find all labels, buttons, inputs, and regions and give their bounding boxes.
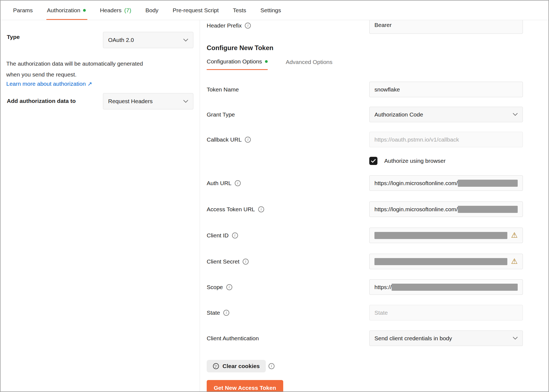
- state-label: State: [207, 310, 220, 316]
- info-icon[interactable]: i: [235, 180, 241, 186]
- client-authentication-label-row: Client Authentication: [207, 330, 259, 346]
- callback-url-label: Callback URL: [207, 136, 242, 143]
- redacted-value: [458, 180, 518, 187]
- tab-settings[interactable]: Settings: [253, 1, 288, 20]
- tab-prerequest-script[interactable]: Pre-request Script: [166, 1, 226, 20]
- access-token-url-label-row: Access Token URL i: [207, 201, 264, 217]
- tab-headers-count: (7): [124, 7, 131, 14]
- client-id-input[interactable]: ⚠: [369, 228, 523, 243]
- state-input[interactable]: [369, 305, 523, 320]
- token-name-label: Token Name: [207, 86, 239, 93]
- chevron-down-icon: [183, 39, 188, 42]
- learn-more-link-text: Learn more about authorization: [6, 81, 86, 87]
- tab-tests[interactable]: Tests: [226, 1, 253, 20]
- token-subtabs: Configuration Options Advanced Options: [207, 58, 333, 70]
- client-authentication-label: Client Authentication: [207, 335, 259, 342]
- redacted-value: [458, 206, 518, 213]
- client-secret-label-row: Client Secret i: [207, 254, 249, 269]
- client-secret-label: Client Secret: [207, 258, 239, 265]
- access-token-url-input[interactable]: https://login.microsoftonline.com/: [369, 201, 523, 217]
- configure-new-token-heading: Configure New Token: [207, 44, 273, 52]
- request-tab-bar: Params Authorization Headers (7) Body Pr…: [1, 1, 548, 20]
- authorize-browser-label[interactable]: Authorize using browser: [384, 157, 446, 165]
- warning-icon: ⚠: [511, 258, 518, 265]
- info-icon[interactable]: i: [223, 310, 229, 316]
- check-icon: [371, 159, 376, 163]
- auth-type-selected-value: OAuth 2.0: [108, 37, 134, 43]
- authorization-active-dot: [83, 9, 86, 12]
- external-link-icon: ↗: [87, 81, 92, 87]
- configuration-active-dot: [265, 60, 268, 63]
- header-prefix-input[interactable]: [369, 20, 523, 34]
- client-id-label: Client ID: [207, 232, 229, 239]
- info-icon[interactable]: i: [243, 259, 249, 265]
- grant-type-label-row: Grant Type: [207, 107, 235, 122]
- info-icon[interactable]: i: [232, 232, 238, 238]
- header-prefix-label: Header Prefix: [207, 22, 242, 29]
- clear-cookies-label: Clear cookies: [222, 363, 260, 369]
- tab-body[interactable]: Body: [138, 1, 166, 20]
- redacted-value: [374, 258, 507, 265]
- auth-description-line2: when you send the request.: [6, 69, 143, 80]
- subtab-configuration-options[interactable]: Configuration Options: [207, 58, 268, 70]
- learn-more-link[interactable]: Learn more about authorization ↗: [6, 81, 92, 87]
- auth-url-input[interactable]: https://login.microsoftonline.com/: [369, 175, 523, 191]
- tab-headers[interactable]: Headers (7): [93, 1, 138, 20]
- auth-description: The authorization data will be automatic…: [6, 58, 143, 80]
- tab-headers-label: Headers: [100, 7, 121, 14]
- auth-url-label: Auth URL: [207, 180, 231, 186]
- redacted-value: [392, 284, 518, 291]
- info-icon[interactable]: i: [245, 23, 251, 29]
- authorize-browser-checkbox[interactable]: [369, 157, 377, 165]
- scope-label: Scope: [207, 284, 223, 290]
- subtab-configuration-label: Configuration Options: [207, 58, 262, 65]
- chevron-down-icon: [513, 113, 518, 116]
- get-new-access-token-button[interactable]: Get New Access Token: [207, 380, 283, 391]
- add-auth-data-to-select[interactable]: Request Headers: [103, 93, 193, 109]
- auth-url-value-prefix: https://login.microsoftonline.com/: [374, 180, 458, 186]
- scope-label-row: Scope i: [207, 279, 232, 295]
- info-icon[interactable]: i: [258, 206, 264, 212]
- auth-type-label: Type: [7, 34, 20, 40]
- authorization-type-panel: Type OAuth 2.0 The authorization data wi…: [1, 20, 200, 391]
- client-authentication-selected-value: Send client credentials in body: [374, 335, 452, 342]
- client-id-label-row: Client ID i: [207, 228, 238, 243]
- cookie-icon: [213, 363, 219, 369]
- header-prefix-label-row: Header Prefix i: [207, 20, 251, 34]
- client-secret-input[interactable]: ⚠: [369, 254, 523, 269]
- tab-settings-label: Settings: [260, 7, 281, 14]
- subtab-advanced-label: Advanced Options: [286, 59, 333, 65]
- client-authentication-select[interactable]: Send client credentials in body: [369, 330, 523, 346]
- auth-url-label-row: Auth URL i: [207, 175, 241, 191]
- info-icon[interactable]: i: [226, 284, 232, 290]
- tab-authorization-label: Authorization: [47, 7, 80, 14]
- redacted-value: [374, 232, 507, 239]
- add-auth-data-to-label: Add authorization data to: [7, 98, 76, 104]
- callback-url-input[interactable]: [369, 132, 523, 147]
- auth-type-select[interactable]: OAuth 2.0: [103, 32, 193, 48]
- scope-input[interactable]: https://: [369, 279, 523, 295]
- tab-authorization[interactable]: Authorization: [40, 1, 93, 20]
- token-name-label-row: Token Name: [207, 82, 239, 97]
- token-config-panel: Header Prefix i Configure New Token Conf…: [200, 20, 548, 391]
- grant-type-select[interactable]: Authorization Code: [369, 107, 523, 122]
- tab-prerequest-label: Pre-request Script: [173, 7, 219, 14]
- token-name-input[interactable]: [369, 82, 523, 97]
- tab-params-label: Params: [13, 7, 33, 14]
- subtab-advanced-options[interactable]: Advanced Options: [286, 58, 333, 70]
- access-token-url-label: Access Token URL: [207, 206, 255, 213]
- get-new-access-token-label: Get New Access Token: [214, 385, 276, 391]
- state-label-row: State i: [207, 305, 229, 320]
- clear-cookies-button[interactable]: Clear cookies: [207, 360, 266, 372]
- scope-value-prefix: https://: [374, 284, 392, 290]
- auth-description-line1: The authorization data will be automatic…: [6, 58, 143, 69]
- info-icon[interactable]: i: [269, 363, 274, 369]
- tab-body-label: Body: [145, 7, 158, 14]
- tab-params[interactable]: Params: [6, 1, 40, 20]
- chevron-down-icon: [513, 337, 518, 340]
- grant-type-label: Grant Type: [207, 111, 235, 118]
- request-editor: Params Authorization Headers (7) Body Pr…: [0, 0, 549, 392]
- chevron-down-icon: [183, 100, 188, 103]
- info-icon[interactable]: i: [245, 137, 251, 143]
- add-auth-data-to-value: Request Headers: [108, 98, 152, 105]
